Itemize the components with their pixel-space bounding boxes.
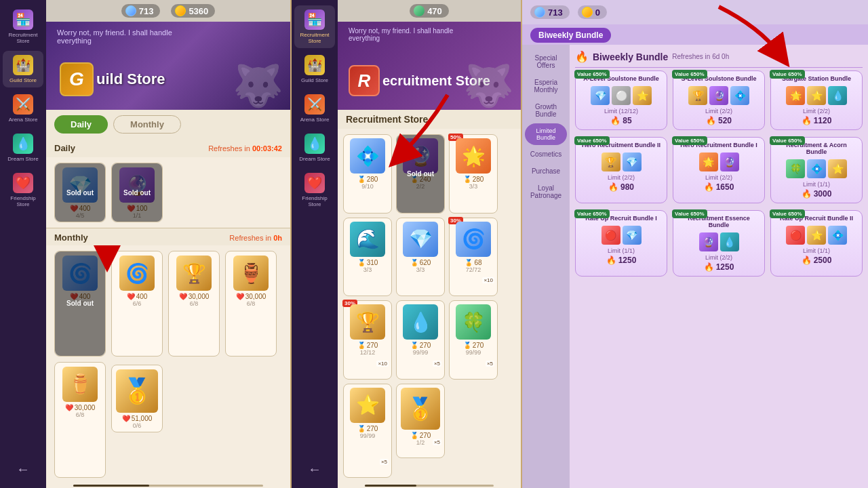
item-limit-m3: 6/8 — [190, 300, 199, 307]
guild-store-banner: Worry not, my friend. I shall handle eve… — [46, 22, 290, 110]
recruit-item-price-1: 🏅280 — [357, 176, 378, 183]
monthly-timer-value: 0h — [273, 234, 282, 242]
right-diamond-value: 713 — [548, 7, 563, 18]
sidenav-loyal[interactable]: Loyal Patronage — [525, 180, 567, 203]
store-item-m4[interactable]: 🏺 ❤️30,000 6/8 — [225, 251, 277, 357]
bundle-mini-item-h21: 🏆 — [601, 152, 620, 171]
sidenav-cosmetics[interactable]: Cosmetics — [525, 146, 567, 162]
recruit-item-3[interactable]: 50% 🌟 🏅280 3/3 — [449, 134, 498, 214]
recruitment-store-main: 470 Worry not, my friend. I shall handle… — [338, 0, 521, 488]
recruitment-items-grid: 💠 🏅280 9/10 🔮 Sold out 🏅240 2/2 50% 🌟 🏅2… — [338, 129, 521, 483]
recruit-item-2[interactable]: 🔮 Sold out 🏅240 2/2 — [396, 134, 445, 214]
middle-sidebar-item-recruitment[interactable]: 🏪 Recruitment Store — [294, 5, 335, 48]
bundle-card-hero-1[interactable]: Value 650% Hero Recruitment Bundle I 🌟 🔮… — [673, 137, 765, 203]
middle-sidebar-item-dream[interactable]: 💧 Dream Store — [294, 129, 335, 166]
middle-sidebar-label-friendship: Friendship Store — [296, 195, 334, 207]
sidenav-growth[interactable]: Growth Bundle — [525, 99, 567, 122]
bundle-mini-item-sg2: ⭐ — [807, 86, 826, 105]
recruit-item-6[interactable]: 30% 🌀 ×10 🏅68 72/72 — [449, 218, 498, 297]
store-item-2[interactable]: 🔮 Sold out ❤️100 1/1 — [111, 163, 163, 222]
bundle-mini-item-h22: 💎 — [623, 152, 642, 171]
recruit-item-11[interactable]: 🥇 ×5 🏅270 1/2 — [396, 384, 445, 458]
recruit-item-limit-1: 9/10 — [361, 183, 374, 190]
sidebar-item-arena[interactable]: ⚔️ Arena Store — [3, 90, 43, 127]
bundle-price-value-recruit-essence: 1250 — [716, 262, 734, 272]
friendship-store-icon: ❤️ — [13, 173, 33, 193]
tab-daily[interactable]: Daily — [54, 115, 108, 134]
sidebar-label-arena: Arena Store — [9, 117, 38, 123]
right-diamond-currency: 713 — [530, 5, 570, 19]
bundle-card-recruit-acorn[interactable]: Value 650% Recruitment & Acorn Bundle 🍀 … — [770, 137, 863, 203]
sidebar-item-recruitment[interactable]: 🏪 Recruitment Store — [3, 5, 43, 48]
middle-back-button[interactable]: ← — [308, 462, 321, 477]
bundle-limit-rate-up-2: Limit (1/1) — [803, 247, 830, 254]
bundle-card-rate-up-1[interactable]: Value 650% Rate Up Recruit Bundle I 🔴 💎 … — [575, 210, 667, 277]
recruit-item-limit-5: 3/3 — [416, 266, 425, 273]
sidenav-limited[interactable]: Limited Bundle — [525, 123, 567, 145]
bundle-card-stargate[interactable]: Value 650% Stargate Station Bundle 🌟 ⭐ 💧… — [770, 70, 863, 130]
store-item-m5[interactable]: ⚱️ ❤️30,000 6/8 — [54, 362, 106, 479]
sidenav-special[interactable]: Special Offers — [525, 50, 567, 73]
bundle-mini-item-3: ⭐ — [633, 86, 652, 105]
bundle-mini-item-ra2: 💠 — [807, 159, 826, 178]
bundle-card-recruit-essence[interactable]: Value 650% Recruitment Essence Bundle 🔮 … — [673, 210, 765, 277]
recruit-item-limit-9: 99/99 — [466, 349, 481, 356]
recruit-item-limit-8: 99/99 — [413, 349, 429, 356]
bundle-value-hero-1: Value 650% — [672, 136, 707, 145]
daily-items-grid: 💎 Sold out ❤️400 4/5 🔮 Sold out ❤️100 1/… — [46, 157, 290, 228]
recruit-item-limit-3: 3/3 — [469, 183, 478, 190]
bundle-mini-item-s1: 🏆 — [688, 86, 707, 105]
middle-sidebar-item-guild[interactable]: 🏰 Guild Store — [294, 51, 335, 87]
bundle-section-header: 🔥 Biweekly Bundle Refreshes in 6d 0h — [575, 50, 863, 63]
bundle-value-s-level: Value 650% — [672, 70, 707, 79]
bundle-card-s-level[interactable]: Value 650% S-Level Soulstone Bundle 🏆 🔮 … — [673, 70, 765, 130]
middle-sidebar-item-arena[interactable]: ⚔️ Arena Store — [294, 90, 335, 127]
bundle-store-panel: 713 0 Biweekly Bundle Special Offers Esp… — [522, 0, 868, 488]
item-img-m5: ⚱️ — [62, 367, 98, 402]
bundle-divider-1 — [575, 67, 863, 68]
bundle-price-recruit-acorn: 🔥 3000 — [802, 189, 832, 199]
recruit-item-5[interactable]: 💎 🏅620 3/3 — [396, 218, 445, 297]
bundle-tab-area: Biweekly Bundle — [522, 24, 868, 45]
biweekly-bundle-tab[interactable]: Biweekly Bundle — [530, 28, 611, 43]
recruit-item-price-5: 🏅620 — [410, 259, 431, 266]
bundle-card-a-level[interactable]: Value 650% A-Level Soulstone Bundle 💎 ⚪ … — [575, 70, 667, 130]
store-item-m1[interactable]: 🌀 Sold out ❤️400 4/7 — [54, 251, 106, 357]
sidebar-item-dream[interactable]: 💧 Dream Store — [3, 129, 43, 166]
back-button[interactable]: ← — [16, 462, 30, 477]
recruit-item-4[interactable]: 🌊 🏅310 3/3 — [343, 218, 392, 297]
recruit-item-img-11: 🥇 — [401, 388, 440, 430]
item-price-m6: ❤️51,000 — [122, 415, 153, 422]
recruit-item-9[interactable]: 🍀 ×5 🏅270 99/99 — [449, 300, 498, 380]
middle-friendship-icon: ❤️ — [304, 173, 325, 193]
right-currency-display: 713 0 — [530, 5, 607, 19]
recruitment-store-panel: 🏪 Recruitment Store 🏰 Guild Store ⚔️ Are… — [292, 0, 522, 488]
recruit-item-8[interactable]: 💧 ×5 🏅270 99/99 — [396, 300, 445, 380]
item-price-m5: ❤️30,000 — [65, 404, 96, 411]
right-main-content: Special Offers Esperia Monthly Growth Bu… — [522, 45, 868, 488]
bundle-mini-item-sg3: 💧 — [828, 86, 847, 105]
flame-icon-ru1: 🔥 — [606, 256, 616, 265]
recruit-item-7[interactable]: 30% 🏆 ×10 🏅270 12/12 — [343, 300, 392, 380]
store-item-1[interactable]: 💎 Sold out ❤️400 4/5 — [54, 163, 106, 222]
middle-sidebar-item-friendship[interactable]: ❤️ Friendship Store — [294, 169, 335, 211]
sidebar-item-friendship[interactable]: ❤️ Friendship Store — [3, 169, 43, 211]
banner-title-area: G uild Store — [60, 62, 165, 96]
bundle-section-name: Biweekly Bundle — [593, 52, 668, 62]
recruit-item-1[interactable]: 💠 🏅280 9/10 — [343, 134, 392, 214]
store-item-m6[interactable]: 🥇 ❤️51,000 0/6 — [111, 365, 163, 432]
monthly-items-grid: 🌀 Sold out ❤️400 4/7 🌀 ❤️400 6/6 🏆 ❤️30,… — [46, 245, 290, 483]
recruit-item-img-6: 🌀 — [456, 222, 491, 257]
bundle-limit-hero-2: Limit (2/2) — [608, 174, 635, 181]
store-item-m3[interactable]: 🏆 ❤️30,000 6/8 — [168, 251, 220, 357]
bundle-card-rate-up-2[interactable]: Value 650% Rate Up Recruit Bundle II 🔴 ⭐… — [770, 210, 863, 277]
bundle-card-hero-2[interactable]: Value 650% Hero Recruitment Bundle II 🏆 … — [575, 137, 667, 203]
sidenav-purchase[interactable]: Purchase — [525, 163, 567, 179]
bundle-price-hero-1: 🔥 1650 — [704, 182, 734, 192]
sidebar-item-guild[interactable]: 🏰 Guild Store — [3, 51, 43, 87]
tab-monthly[interactable]: Monthly — [113, 115, 181, 134]
recruit-item-limit-10: 99/99 — [360, 432, 376, 439]
store-item-m2[interactable]: 🌀 ❤️400 6/6 — [111, 251, 163, 357]
sidenav-esperia[interactable]: Esperia Monthly — [525, 75, 567, 98]
recruit-item-10[interactable]: ⭐ ×5 🏅270 99/99 — [343, 384, 392, 479]
